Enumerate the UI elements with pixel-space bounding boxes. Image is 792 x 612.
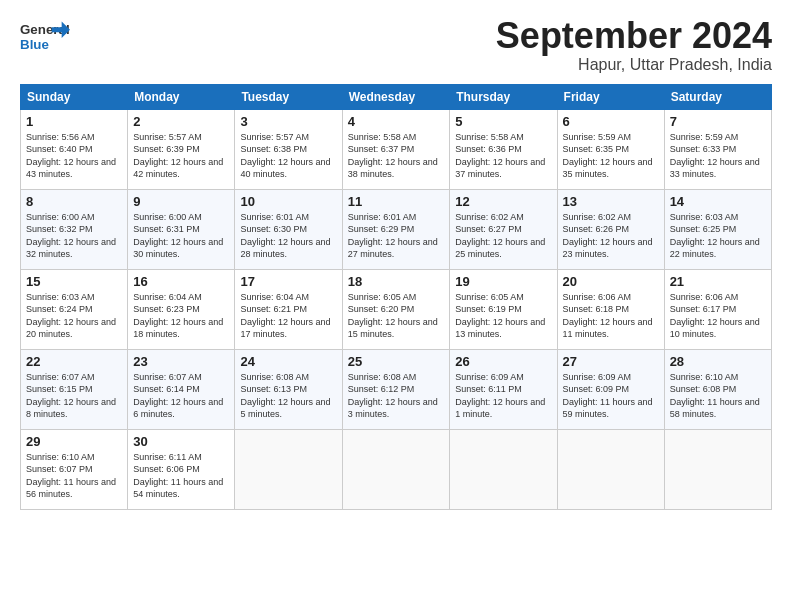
day-number: 30 <box>133 434 229 449</box>
calendar-cell: 15Sunrise: 6:03 AMSunset: 6:24 PMDayligh… <box>21 269 128 349</box>
day-number: 12 <box>455 194 551 209</box>
day-info: Sunrise: 6:03 AMSunset: 6:24 PMDaylight:… <box>26 291 122 341</box>
day-number: 20 <box>563 274 659 289</box>
calendar-cell: 7Sunrise: 5:59 AMSunset: 6:33 PMDaylight… <box>664 109 771 189</box>
calendar-week-row: 1Sunrise: 5:56 AMSunset: 6:40 PMDaylight… <box>21 109 772 189</box>
day-number: 17 <box>240 274 336 289</box>
day-number: 11 <box>348 194 445 209</box>
day-number: 1 <box>26 114 122 129</box>
weekday-header: Sunday <box>21 84 128 109</box>
day-info: Sunrise: 6:01 AMSunset: 6:30 PMDaylight:… <box>240 211 336 261</box>
calendar-cell: 19Sunrise: 6:05 AMSunset: 6:19 PMDayligh… <box>450 269 557 349</box>
day-info: Sunrise: 6:06 AMSunset: 6:18 PMDaylight:… <box>563 291 659 341</box>
calendar-week-row: 29Sunrise: 6:10 AMSunset: 6:07 PMDayligh… <box>21 429 772 509</box>
day-info: Sunrise: 6:03 AMSunset: 6:25 PMDaylight:… <box>670 211 766 261</box>
day-number: 6 <box>563 114 659 129</box>
logo-icon: General Blue <box>20 16 70 56</box>
calendar-cell: 5Sunrise: 5:58 AMSunset: 6:36 PMDaylight… <box>450 109 557 189</box>
day-info: Sunrise: 6:05 AMSunset: 6:20 PMDaylight:… <box>348 291 445 341</box>
calendar-cell: 8Sunrise: 6:00 AMSunset: 6:32 PMDaylight… <box>21 189 128 269</box>
calendar-cell: 11Sunrise: 6:01 AMSunset: 6:29 PMDayligh… <box>342 189 450 269</box>
day-number: 19 <box>455 274 551 289</box>
day-number: 8 <box>26 194 122 209</box>
calendar-cell: 9Sunrise: 6:00 AMSunset: 6:31 PMDaylight… <box>128 189 235 269</box>
day-number: 27 <box>563 354 659 369</box>
calendar-cell: 28Sunrise: 6:10 AMSunset: 6:08 PMDayligh… <box>664 349 771 429</box>
calendar-cell: 10Sunrise: 6:01 AMSunset: 6:30 PMDayligh… <box>235 189 342 269</box>
day-number: 26 <box>455 354 551 369</box>
day-info: Sunrise: 6:04 AMSunset: 6:23 PMDaylight:… <box>133 291 229 341</box>
day-number: 22 <box>26 354 122 369</box>
day-number: 24 <box>240 354 336 369</box>
weekday-header-row: SundayMondayTuesdayWednesdayThursdayFrid… <box>21 84 772 109</box>
calendar-cell <box>664 429 771 509</box>
calendar-cell: 14Sunrise: 6:03 AMSunset: 6:25 PMDayligh… <box>664 189 771 269</box>
day-info: Sunrise: 6:06 AMSunset: 6:17 PMDaylight:… <box>670 291 766 341</box>
day-info: Sunrise: 5:57 AMSunset: 6:38 PMDaylight:… <box>240 131 336 181</box>
weekday-header: Thursday <box>450 84 557 109</box>
calendar-cell <box>557 429 664 509</box>
day-info: Sunrise: 6:09 AMSunset: 6:09 PMDaylight:… <box>563 371 659 421</box>
calendar-cell: 3Sunrise: 5:57 AMSunset: 6:38 PMDaylight… <box>235 109 342 189</box>
calendar-cell: 17Sunrise: 6:04 AMSunset: 6:21 PMDayligh… <box>235 269 342 349</box>
calendar-week-row: 15Sunrise: 6:03 AMSunset: 6:24 PMDayligh… <box>21 269 772 349</box>
calendar-cell: 2Sunrise: 5:57 AMSunset: 6:39 PMDaylight… <box>128 109 235 189</box>
calendar-cell: 25Sunrise: 6:08 AMSunset: 6:12 PMDayligh… <box>342 349 450 429</box>
calendar-cell: 27Sunrise: 6:09 AMSunset: 6:09 PMDayligh… <box>557 349 664 429</box>
day-info: Sunrise: 6:00 AMSunset: 6:32 PMDaylight:… <box>26 211 122 261</box>
title-block: September 2024 Hapur, Uttar Pradesh, Ind… <box>496 16 772 74</box>
day-info: Sunrise: 6:07 AMSunset: 6:14 PMDaylight:… <box>133 371 229 421</box>
day-info: Sunrise: 6:04 AMSunset: 6:21 PMDaylight:… <box>240 291 336 341</box>
day-info: Sunrise: 6:10 AMSunset: 6:07 PMDaylight:… <box>26 451 122 501</box>
day-info: Sunrise: 6:02 AMSunset: 6:27 PMDaylight:… <box>455 211 551 261</box>
day-number: 15 <box>26 274 122 289</box>
month-title: September 2024 <box>496 16 772 56</box>
svg-text:Blue: Blue <box>20 37 49 52</box>
day-number: 9 <box>133 194 229 209</box>
calendar-table: SundayMondayTuesdayWednesdayThursdayFrid… <box>20 84 772 510</box>
calendar-cell <box>342 429 450 509</box>
weekday-header: Wednesday <box>342 84 450 109</box>
day-info: Sunrise: 5:59 AMSunset: 6:35 PMDaylight:… <box>563 131 659 181</box>
calendar-cell: 12Sunrise: 6:02 AMSunset: 6:27 PMDayligh… <box>450 189 557 269</box>
weekday-header: Tuesday <box>235 84 342 109</box>
calendar-cell: 16Sunrise: 6:04 AMSunset: 6:23 PMDayligh… <box>128 269 235 349</box>
page-container: General Blue September 2024 Hapur, Uttar… <box>0 0 792 520</box>
day-number: 3 <box>240 114 336 129</box>
calendar-cell: 22Sunrise: 6:07 AMSunset: 6:15 PMDayligh… <box>21 349 128 429</box>
header: General Blue September 2024 Hapur, Uttar… <box>20 16 772 74</box>
day-number: 7 <box>670 114 766 129</box>
calendar-cell: 30Sunrise: 6:11 AMSunset: 6:06 PMDayligh… <box>128 429 235 509</box>
day-number: 23 <box>133 354 229 369</box>
calendar-cell <box>450 429 557 509</box>
weekday-header: Saturday <box>664 84 771 109</box>
calendar-cell: 13Sunrise: 6:02 AMSunset: 6:26 PMDayligh… <box>557 189 664 269</box>
calendar-cell: 18Sunrise: 6:05 AMSunset: 6:20 PMDayligh… <box>342 269 450 349</box>
calendar-cell: 21Sunrise: 6:06 AMSunset: 6:17 PMDayligh… <box>664 269 771 349</box>
calendar-cell: 1Sunrise: 5:56 AMSunset: 6:40 PMDaylight… <box>21 109 128 189</box>
day-info: Sunrise: 6:08 AMSunset: 6:13 PMDaylight:… <box>240 371 336 421</box>
day-info: Sunrise: 6:00 AMSunset: 6:31 PMDaylight:… <box>133 211 229 261</box>
calendar-cell <box>235 429 342 509</box>
day-number: 18 <box>348 274 445 289</box>
day-info: Sunrise: 6:01 AMSunset: 6:29 PMDaylight:… <box>348 211 445 261</box>
day-info: Sunrise: 6:05 AMSunset: 6:19 PMDaylight:… <box>455 291 551 341</box>
day-info: Sunrise: 5:58 AMSunset: 6:36 PMDaylight:… <box>455 131 551 181</box>
weekday-header: Monday <box>128 84 235 109</box>
day-number: 25 <box>348 354 445 369</box>
day-number: 13 <box>563 194 659 209</box>
day-info: Sunrise: 6:10 AMSunset: 6:08 PMDaylight:… <box>670 371 766 421</box>
day-info: Sunrise: 6:09 AMSunset: 6:11 PMDaylight:… <box>455 371 551 421</box>
day-number: 2 <box>133 114 229 129</box>
calendar-cell: 23Sunrise: 6:07 AMSunset: 6:14 PMDayligh… <box>128 349 235 429</box>
day-number: 14 <box>670 194 766 209</box>
weekday-header: Friday <box>557 84 664 109</box>
day-info: Sunrise: 5:59 AMSunset: 6:33 PMDaylight:… <box>670 131 766 181</box>
calendar-week-row: 8Sunrise: 6:00 AMSunset: 6:32 PMDaylight… <box>21 189 772 269</box>
location-subtitle: Hapur, Uttar Pradesh, India <box>496 56 772 74</box>
day-number: 4 <box>348 114 445 129</box>
day-info: Sunrise: 5:58 AMSunset: 6:37 PMDaylight:… <box>348 131 445 181</box>
calendar-cell: 29Sunrise: 6:10 AMSunset: 6:07 PMDayligh… <box>21 429 128 509</box>
day-info: Sunrise: 6:07 AMSunset: 6:15 PMDaylight:… <box>26 371 122 421</box>
day-number: 16 <box>133 274 229 289</box>
